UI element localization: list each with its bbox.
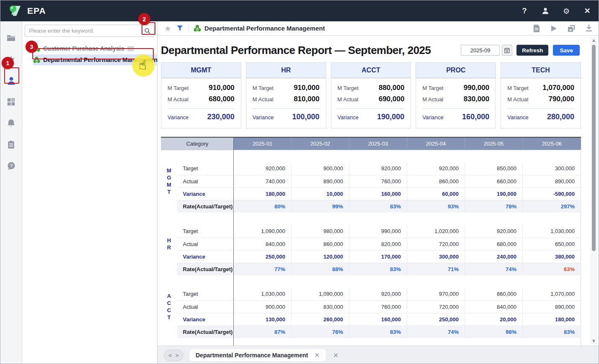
cell: 760,000 <box>349 175 407 187</box>
table-group-mgmt: MGMT Target 920,000 900,000 920,000 920,… <box>161 150 581 213</box>
folder-icon[interactable] <box>0 27 22 49</box>
document-tab-bar: < > Departmental Performance Management … <box>157 346 599 364</box>
vertical-scrollbar: ▲ ▼ <box>590 36 597 345</box>
page-title: Departmental Performance Report — Septem… <box>161 44 431 57</box>
cell: 71% <box>407 263 465 275</box>
scroll-up-arrow[interactable]: ▲ <box>590 37 597 43</box>
cell: 170,000 <box>349 250 407 263</box>
cell: 680,000 <box>465 238 523 250</box>
summary-card-mgmt: MGMT M Target910,000 M Actual680,000 Var… <box>161 62 241 128</box>
help-bubble-icon[interactable]: ? <box>0 155 22 177</box>
cell: 297% <box>523 200 581 213</box>
card-dept-title: ACCT <box>361 67 380 74</box>
divider <box>188 25 188 32</box>
card-dept-title: TECH <box>532 67 550 74</box>
row-label: Rate(Actual/Target) <box>177 263 234 275</box>
favorite-star-icon[interactable]: ★ <box>164 24 171 33</box>
cell: 840,000 <box>234 238 292 250</box>
cell: 83% <box>523 326 581 338</box>
cell: 820,000 <box>349 238 407 250</box>
filter-icon[interactable] <box>177 25 183 31</box>
tab-close-icon[interactable]: ✕ <box>314 351 320 359</box>
save-all-icon[interactable] <box>567 24 576 33</box>
cell: 240,000 <box>465 250 523 263</box>
scroll-down-arrow[interactable]: ▼ <box>590 338 597 344</box>
cell: 77% <box>234 263 292 275</box>
summary-card-tech: TECH M Target1,070,000 M Actual790,000 V… <box>501 62 581 128</box>
cell: 76% <box>292 326 349 338</box>
export-download-icon[interactable] <box>585 24 593 32</box>
settings-gear-icon[interactable]: ⚙ <box>562 6 571 15</box>
cell: 87% <box>234 326 292 338</box>
cell: 98% <box>465 326 523 338</box>
analysis-node-icon: S <box>33 45 40 52</box>
search-button[interactable] <box>142 26 153 36</box>
cell: 74% <box>465 263 523 275</box>
svg-text:S: S <box>36 47 38 51</box>
help-icon[interactable]: ? <box>520 6 529 15</box>
cell: 120,000 <box>292 250 349 263</box>
close-all-tabs-icon[interactable]: ✕ <box>333 351 338 359</box>
tab-prev-arrow[interactable]: < <box>168 353 172 358</box>
cell-alert: 63% <box>523 263 581 275</box>
month-header: 2025-05 <box>465 137 523 150</box>
tree-item-departmental-performance-management[interactable]: A Departmental Performance Management <box>22 55 157 65</box>
brand-name: EPA <box>27 6 46 16</box>
row-label: Variance <box>177 250 234 263</box>
breadcrumb-toolbar: ★ A Departmental Performance Management <box>157 21 599 36</box>
search-input[interactable] <box>25 25 154 37</box>
cell: 99% <box>292 200 349 213</box>
dashboard-grid-icon[interactable] <box>0 91 22 113</box>
card-actual-label: M Actual <box>168 96 188 103</box>
row-label: Variance <box>177 313 234 326</box>
close-icon[interactable]: ✕ <box>583 6 592 15</box>
table-group-acct: ACCT Target 1,030,000 1,090,000 920,000 … <box>161 275 581 338</box>
user-workspace-icon[interactable] <box>0 70 22 91</box>
category-header: Category <box>161 137 234 150</box>
row-label: Rate(Actual/Target) <box>177 200 234 213</box>
cell: 250,000 <box>407 313 465 326</box>
cell: 1,030,000 <box>234 288 292 300</box>
table-group-proc: PROC Target 870,000 970,000 850,000 910,… <box>161 338 581 346</box>
tasks-clipboard-icon[interactable] <box>0 134 22 155</box>
cell: -590,000 <box>523 187 581 200</box>
cell: 74% <box>407 326 465 338</box>
month-header: 2025-02 <box>292 137 349 150</box>
cell: 160,000 <box>349 313 407 326</box>
cell: 83% <box>349 200 407 213</box>
cell: 1,030,000 <box>523 225 581 238</box>
tab-departmental-performance-management[interactable]: Departmental Performance Management ✕ <box>189 349 326 361</box>
user-icon[interactable] <box>541 6 550 15</box>
breadcrumb-title: Departmental Performance Management <box>204 25 325 32</box>
performance-table: Category 2025-01 2025-02 2025-03 2025-04… <box>161 137 581 346</box>
run-play-icon[interactable] <box>550 25 558 32</box>
cell: 130,000 <box>234 313 292 326</box>
tree-item-label: Departmental Performance Management <box>43 56 160 63</box>
card-target-label: M Target <box>168 85 188 91</box>
cell: 760,000 <box>349 300 407 313</box>
navigation-panel: S Customer Purchase Analysis A <box>22 21 157 364</box>
icon-rail: ★ <box>0 21 22 364</box>
report-month-input[interactable] <box>461 45 500 56</box>
calendar-icon[interactable] <box>502 45 512 56</box>
favorites-star-icon[interactable]: ★ <box>0 49 22 70</box>
report-doc-icon[interactable] <box>533 24 540 33</box>
tree-item-customer-purchase-analysis[interactable]: S Customer Purchase Analysis <box>22 44 157 54</box>
cell: 860,000 <box>465 288 523 300</box>
cell: 60,000 <box>407 187 465 200</box>
report-doc-icon <box>128 46 134 51</box>
notifications-bell-icon[interactable] <box>0 113 22 134</box>
app-window: EPA ? ⚙ ✕ ★ <box>0 0 599 364</box>
save-button[interactable]: Save <box>553 45 580 56</box>
group-label: ACCT <box>167 292 172 321</box>
cell: 920,000 <box>349 162 407 175</box>
cell: 890,000 <box>523 300 581 313</box>
scrollbar-thumb[interactable] <box>592 45 596 251</box>
card-target-value: 910,000 <box>209 84 234 92</box>
svg-text:?: ? <box>10 163 13 168</box>
cell: 1,020,000 <box>407 225 465 238</box>
refresh-button[interactable]: Refresh <box>516 45 548 56</box>
row-label: Target <box>177 225 234 238</box>
cell: 80% <box>234 200 292 213</box>
tab-next-arrow[interactable]: > <box>176 353 179 358</box>
